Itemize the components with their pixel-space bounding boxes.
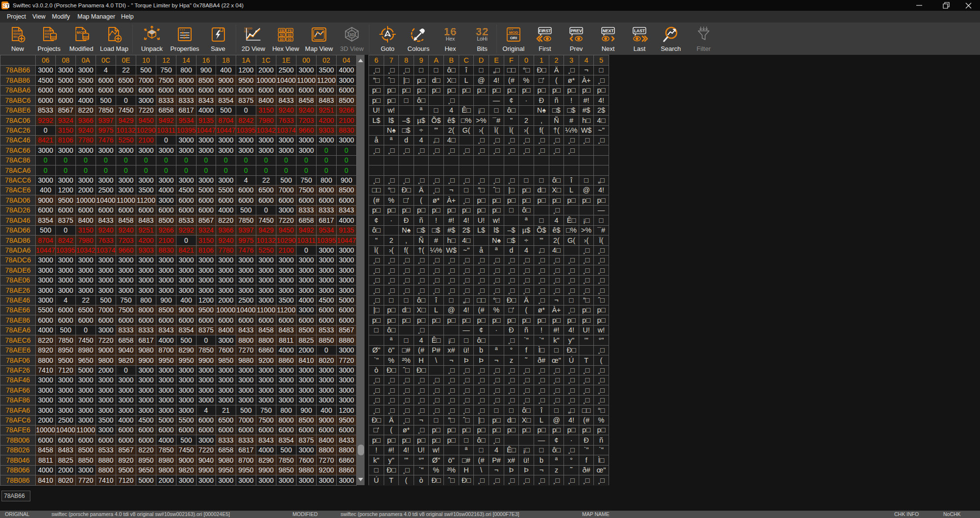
svg-text:001: 001	[45, 35, 49, 38]
svg-text:EB: EB	[279, 29, 284, 32]
svg-text:MOD: MOD	[509, 30, 518, 35]
svg-text:00: 00	[288, 33, 292, 37]
svg-text:T: T	[6, 3, 9, 8]
svg-text:52: 52	[280, 33, 284, 37]
svg-text:NEXT: NEXT	[603, 28, 614, 33]
svg-text:LAST: LAST	[634, 28, 645, 33]
svg-text:FIRST: FIRST	[539, 28, 551, 33]
svg-text:PREV: PREV	[570, 28, 582, 33]
svg-text:00: 00	[288, 38, 292, 41]
svg-text:Hex: Hex	[446, 36, 455, 42]
svg-text:F6: F6	[288, 29, 292, 32]
svg-text:3D: 3D	[349, 32, 355, 37]
svg-text:001: 001	[13, 35, 18, 38]
svg-text:80: 80	[280, 38, 284, 41]
svg-text:LoHi: LoHi	[477, 36, 488, 42]
svg-text:ORI: ORI	[510, 36, 517, 40]
